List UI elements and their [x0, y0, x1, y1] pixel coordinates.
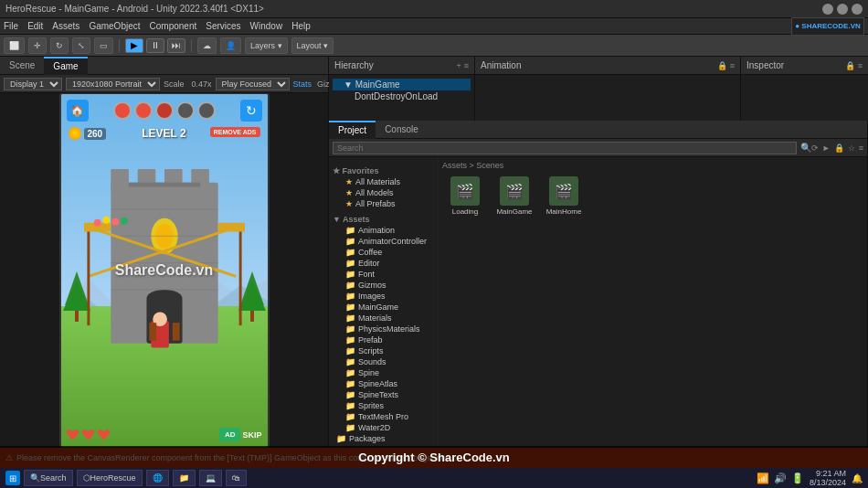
ad-button[interactable]: AD: [219, 428, 241, 441]
step-button[interactable]: ⏭: [167, 38, 185, 53]
minimize-button[interactable]: [822, 4, 833, 15]
svg-rect-12: [191, 169, 209, 191]
asset-spinetexts[interactable]: 📁 SpineTexts: [329, 389, 438, 400]
fav-models[interactable]: ★ All Models: [329, 187, 438, 198]
hierarchy-content: ▼ MainGame DontDestroyOnLoad: [329, 75, 474, 121]
project-icon-1[interactable]: ⟳: [811, 143, 819, 153]
asset-font[interactable]: 📁 Font: [329, 269, 438, 280]
asset-physicsmaterials[interactable]: 📁 PhysicsMaterials: [329, 324, 438, 334]
asset-gizmos[interactable]: 📁 Gizmos: [329, 280, 438, 291]
taskbar-store[interactable]: 🛍: [226, 470, 247, 486]
skip-label[interactable]: SKIP: [242, 430, 261, 440]
svg-point-17: [146, 290, 182, 308]
scene-tab[interactable]: Scene: [0, 57, 44, 75]
refresh-button[interactable]: ↻: [240, 100, 262, 122]
project-toolbar-icons: ⟳ ► 🔒 ☆ ≡: [811, 143, 863, 153]
toolbar-layers[interactable]: Layers ▾: [245, 37, 288, 54]
hierarchy-menu-icon[interactable]: ≡: [464, 61, 469, 70]
inspector-icons: 🔒 ≡: [845, 61, 863, 70]
asset-animatorcontroller[interactable]: 📁 AnimatorController: [329, 236, 438, 247]
project-icon-5[interactable]: ≡: [859, 143, 863, 153]
menu-services[interactable]: Services: [206, 21, 240, 31]
asset-sprites[interactable]: 📁 Sprites: [329, 400, 438, 411]
menu-assets[interactable]: Assets: [52, 21, 79, 31]
resolution-select[interactable]: 1920x1080 Portrait: [66, 78, 160, 90]
toolbar-scale[interactable]: ⤡: [72, 37, 90, 54]
toolbar-rotate[interactable]: ↻: [50, 37, 69, 54]
asset-textmeshpro[interactable]: 📁 TextMesh Pro: [329, 411, 438, 422]
menu-file[interactable]: File: [4, 21, 18, 31]
fav-prefabs[interactable]: ★ All Prefabs: [329, 198, 438, 209]
taskbar-vscode[interactable]: 💻: [199, 470, 222, 486]
toolbar-account[interactable]: 👤: [220, 37, 241, 54]
fav-materials[interactable]: ★ All Materials: [329, 176, 438, 187]
folder-icon-2: 📁: [345, 237, 355, 246]
toolbar-layout[interactable]: Layout ▾: [291, 37, 334, 54]
remove-ads-button[interactable]: REMOVE ADS: [210, 127, 260, 137]
inspector-lock-icon[interactable]: 🔒: [845, 61, 855, 70]
home-button[interactable]: 🏠: [67, 100, 89, 122]
asset-materials[interactable]: 📁 Materials: [329, 313, 438, 324]
search-input[interactable]: [333, 142, 797, 154]
taskbar-chrome[interactable]: 🌐: [146, 470, 169, 486]
toolbar-transform[interactable]: ⬜: [4, 37, 25, 54]
project-icon-3[interactable]: 🔒: [834, 143, 844, 153]
play-button[interactable]: ▶: [125, 38, 143, 53]
svg-point-31: [121, 217, 128, 225]
toolbar-collab[interactable]: ☁: [197, 37, 217, 54]
animation-menu-icon[interactable]: ≡: [730, 61, 735, 70]
file-maingame[interactable]: 🎬 MainGame: [492, 174, 537, 218]
menu-component[interactable]: Component: [150, 21, 197, 31]
folder-icon-19: 📁: [345, 423, 355, 432]
play-mode-select[interactable]: Play Focused: [216, 78, 290, 90]
asset-spine[interactable]: 📁 Spine: [329, 367, 438, 378]
project-icon-4[interactable]: ☆: [848, 143, 855, 153]
pause-button[interactable]: ⏸: [146, 38, 164, 53]
tab-console[interactable]: Console: [376, 121, 428, 139]
asset-scripts[interactable]: 📁 Scripts: [329, 345, 438, 356]
project-tabs: Project Console: [329, 121, 867, 139]
taskbar-explorer[interactable]: 📁: [173, 470, 196, 486]
asset-images[interactable]: 📁 Images: [329, 291, 438, 302]
stats-label[interactable]: Stats: [293, 80, 312, 89]
hierarchy-item-dontdestroy[interactable]: DontDestroyOnLoad: [333, 90, 471, 102]
hierarchy-item-maingame[interactable]: ▼ MainGame: [333, 79, 471, 90]
asset-animation[interactable]: 📁 Animation: [329, 225, 438, 236]
asset-coffee[interactable]: 📁 Coffee: [329, 247, 438, 258]
menu-window[interactable]: Window: [250, 21, 283, 31]
inspector-title: Inspector: [746, 60, 784, 70]
asset-water2d[interactable]: 📁 Water2D: [329, 422, 438, 433]
taskbar-unity[interactable]: ⬡ HeroRescue: [77, 470, 143, 486]
close-button[interactable]: [852, 4, 863, 15]
windows-start-button[interactable]: ⊞: [5, 471, 20, 485]
asset-sounds[interactable]: 📁 Sounds: [329, 356, 438, 367]
maximize-button[interactable]: [837, 4, 848, 15]
asset-spineatlas[interactable]: 📁 SpineAtlas: [329, 378, 438, 389]
inspector-menu-icon[interactable]: ≡: [858, 61, 863, 70]
taskbar-search[interactable]: 🔍 Search: [24, 470, 73, 486]
search-icon-taskbar: 🔍: [30, 473, 40, 483]
packages-folder[interactable]: 📁 Packages: [329, 433, 438, 444]
menu-gameobject[interactable]: GameObject: [89, 21, 140, 31]
hierarchy-add-icon[interactable]: +: [456, 61, 460, 70]
title-bar: HeroRescue - MainGame - Android - Unity …: [0, 0, 868, 18]
animation-lock-icon[interactable]: 🔒: [717, 61, 727, 70]
main-layout: Scene Game Display 1 1920x1080 Portrait …: [0, 57, 868, 448]
tab-project[interactable]: Project: [329, 121, 376, 139]
toolbar-rect[interactable]: ▭: [94, 37, 113, 54]
display-select[interactable]: Display 1: [4, 78, 62, 90]
toolbar-move[interactable]: ✛: [28, 37, 47, 54]
file-loading[interactable]: 🎬 Loading: [442, 174, 488, 218]
asset-prefab[interactable]: 📁 Prefab: [329, 334, 438, 345]
project-tree: ★ Favorites ★ All Materials ★ All Models…: [329, 157, 439, 448]
project-icon-2[interactable]: ►: [822, 143, 831, 153]
asset-editor[interactable]: 📁 Editor: [329, 258, 438, 269]
menu-help[interactable]: Help: [291, 21, 311, 31]
asset-maingame[interactable]: 📁 MainGame: [329, 302, 438, 313]
file-grid: 🎬 Loading 🎬 MainGame 🎬 MainHome: [442, 174, 863, 218]
notifications-icon[interactable]: 🔔: [852, 473, 863, 483]
favorites-section: ★ Favorites: [329, 164, 438, 176]
file-mainhome[interactable]: 🎬 MainHome: [541, 174, 587, 218]
game-tab[interactable]: Game: [44, 57, 87, 75]
menu-edit[interactable]: Edit: [27, 21, 43, 31]
